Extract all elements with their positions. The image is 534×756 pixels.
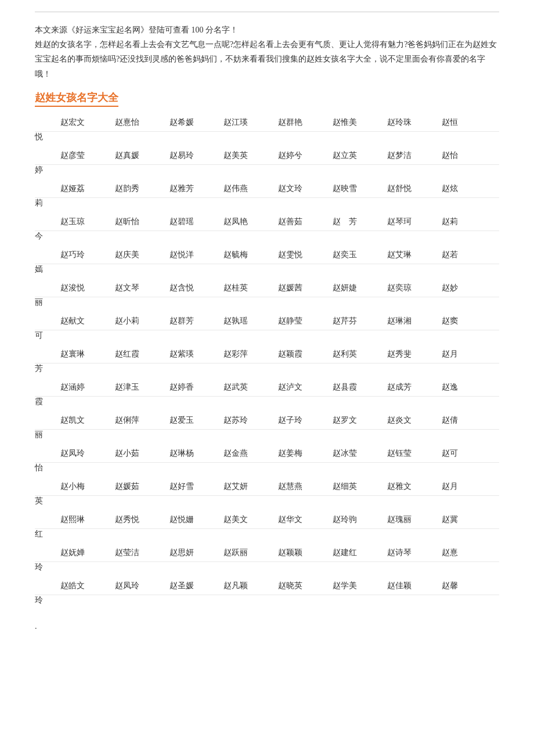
name-cell: 赵悦姗	[167, 511, 222, 529]
name-cell: 赵妙	[439, 279, 494, 297]
overflow-pad	[439, 561, 494, 577]
name-cell: 赵成芳	[385, 379, 439, 397]
overflow-pad	[330, 495, 385, 511]
row-indent	[35, 114, 58, 132]
name-cell: 赵文琴	[113, 279, 167, 297]
overflow-pad	[276, 429, 330, 445]
name-cell: 赵宏文	[58, 114, 113, 132]
name-cell: 赵炫	[439, 180, 494, 198]
name-cell: 赵玲驹	[330, 511, 385, 529]
overflow-pad	[113, 561, 167, 577]
overflow-pad	[330, 297, 385, 312]
name-cell: 赵怡	[439, 147, 494, 165]
name-cell: 赵可	[439, 445, 494, 463]
overflow-row: 芳	[35, 363, 499, 379]
overflow-pad	[113, 131, 167, 147]
overflow-pad	[385, 495, 439, 511]
overflow-pad	[276, 595, 330, 610]
name-cell: 赵毓梅	[221, 246, 276, 264]
table-row: 赵凤玲赵小茹赵琳杨赵金燕赵姜梅赵冰莹赵钰莹赵可	[35, 445, 499, 463]
overflow-cell	[494, 345, 500, 363]
name-cell: 赵莉	[439, 213, 494, 231]
section-title: 赵姓女孩名字大全	[35, 91, 499, 114]
overflow-pad	[330, 528, 385, 544]
name-cell: 赵馨	[439, 577, 494, 595]
name-cell: 赵文玲	[276, 180, 330, 198]
overflow-pad	[221, 330, 276, 345]
row-indent	[35, 279, 58, 297]
overflow-pad	[330, 197, 385, 213]
overflow-label: 嫣	[35, 264, 58, 279]
overflow-label: 怡	[35, 462, 58, 478]
name-cell: 赵媛茹	[113, 478, 167, 496]
overflow-row: 今	[35, 231, 499, 246]
overflow-pad	[276, 363, 330, 379]
overflow-cell	[494, 478, 500, 496]
overflow-pad	[113, 528, 167, 544]
overflow-pad	[439, 363, 494, 379]
name-cell: 赵若	[439, 246, 494, 264]
name-cell: 赵静莹	[276, 312, 330, 330]
name-cell: 赵冰莹	[330, 445, 385, 463]
overflow-label: 英	[35, 495, 58, 511]
name-cell: 赵红霞	[113, 345, 167, 363]
name-cell: 赵皓文	[58, 577, 113, 595]
name-cell: 赵群艳	[276, 114, 330, 132]
name-cell: 赵孰瑶	[221, 312, 276, 330]
overflow-pad	[439, 197, 494, 213]
table-row: 赵皓文赵凤玲赵圣媛赵凡颖赵晓英赵学美赵佳颖赵馨	[35, 577, 499, 595]
row-indent	[35, 511, 58, 529]
overflow-label: 莉	[35, 197, 58, 213]
overflow-pad	[167, 297, 222, 312]
row-indent	[35, 379, 58, 397]
overflow-pad	[167, 396, 222, 412]
overflow-pad	[439, 462, 494, 478]
overflow-pad	[58, 396, 113, 412]
overflow-pad	[276, 561, 330, 577]
overflow-row: 莉	[35, 197, 499, 213]
name-cell: 赵津玉	[113, 379, 167, 397]
name-cell: 赵群芳	[167, 312, 222, 330]
name-cell: 赵恒	[439, 114, 494, 132]
overflow-row: 玲	[35, 561, 499, 577]
intro-block: 本文来源《好运来宝宝起名网》登陆可查看 100 分名字！ 姓赵的女孩名字，怎样起…	[35, 23, 499, 81]
overflow-pad	[385, 330, 439, 345]
name-cell: 赵艾妍	[221, 478, 276, 496]
name-cell: 赵妩婵	[58, 544, 113, 562]
overflow-pad	[330, 429, 385, 445]
overflow-pad	[330, 164, 385, 180]
name-cell: 赵雯悦	[276, 246, 330, 264]
overflow-pad	[221, 396, 276, 412]
overflow-pad	[58, 264, 113, 279]
overflow-cell	[494, 114, 500, 132]
overflow-label: 丽	[35, 297, 58, 312]
overflow-pad	[58, 164, 113, 180]
overflow-row: 玲	[35, 595, 499, 610]
overflow-pad	[385, 396, 439, 412]
name-cell: 赵佳颖	[385, 577, 439, 595]
table-row: 赵妩婵赵莹洁赵思妍赵跃丽赵颖颖赵建红赵诗琴赵憙	[35, 544, 499, 562]
name-cell: 赵月	[439, 478, 494, 496]
name-cell: 赵彦莹	[58, 147, 113, 165]
overflow-pad	[58, 231, 113, 246]
name-cell: 赵婷香	[167, 379, 222, 397]
overflow-pad	[221, 363, 276, 379]
overflow-pad	[167, 561, 222, 577]
name-cell: 赵娅荔	[58, 180, 113, 198]
name-cell: 赵姜梅	[276, 445, 330, 463]
name-cell: 赵武英	[221, 379, 276, 397]
overflow-pad	[221, 297, 276, 312]
overflow-label: 可	[35, 330, 58, 345]
overflow-pad	[276, 231, 330, 246]
table-row: 赵献文赵小莉赵群芳赵孰瑶赵静莹赵芹芬赵琳湘赵窦	[35, 312, 499, 330]
overflow-cell	[494, 246, 500, 264]
name-cell: 赵泸文	[276, 379, 330, 397]
overflow-pad	[58, 131, 113, 147]
overflow-pad	[167, 429, 222, 445]
overflow-pad	[439, 528, 494, 544]
intro-line1: 本文来源《好运来宝宝起名网》登陆可查看 100 分名字！	[35, 23, 499, 37]
overflow-pad	[221, 595, 276, 610]
overflow-pad	[385, 164, 439, 180]
overflow-pad	[167, 164, 222, 180]
row-indent	[35, 246, 58, 264]
